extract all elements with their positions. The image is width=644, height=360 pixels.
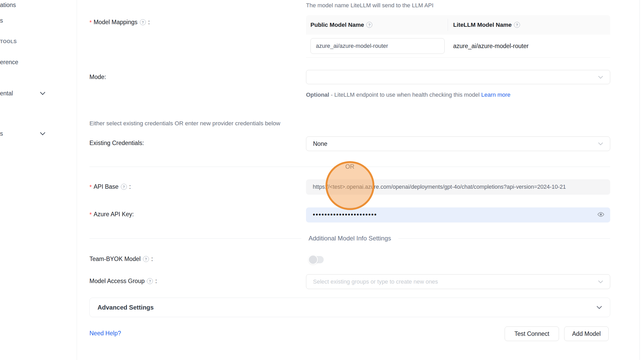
required-marker: * xyxy=(89,211,92,218)
column-header-public-model-name: Public Model Name xyxy=(306,22,375,28)
api-base-input[interactable]: https://<test>.openai.azure.com/openai/d… xyxy=(306,179,610,195)
existing-credentials-select[interactable]: None xyxy=(306,136,610,151)
additional-info-divider: Additional Model Info Settings xyxy=(89,235,610,242)
column-divider xyxy=(448,19,448,31)
help-icon[interactable] xyxy=(514,22,520,28)
sidebar-item-fragment[interactable]: erence xyxy=(0,59,18,66)
mode-help-text: Optional - LiteLLM endpoint to use when … xyxy=(306,90,527,100)
azure-api-key-input[interactable]: •••••••••••••••••••••• xyxy=(306,207,610,222)
model-name-helper-text: The model name LiteLLM will send to the … xyxy=(306,2,433,9)
sidebar-item-fragment[interactable]: s xyxy=(0,17,3,24)
help-icon[interactable] xyxy=(366,22,372,28)
advanced-settings-panel[interactable]: Advanced Settings xyxy=(89,298,610,317)
credentials-note: Either select existing credentials OR en… xyxy=(89,120,280,127)
sidebar-section-tools: TOOLS xyxy=(0,39,17,44)
eye-icon[interactable] xyxy=(597,211,604,219)
azure-api-key-label: * Azure API Key : xyxy=(89,211,134,218)
team-byok-label: Team-BYOK Model : xyxy=(89,256,153,263)
api-base-label: * API Base : xyxy=(89,183,131,190)
test-connect-button[interactable]: Test Connect xyxy=(505,326,559,341)
need-help-link[interactable]: Need Help? xyxy=(89,330,121,337)
select-placeholder: Select existing groups or type to create… xyxy=(313,278,438,285)
sidebar-divider xyxy=(77,0,77,360)
model-mappings-label: * Model Mappings : xyxy=(89,19,150,26)
mode-label: Mode : xyxy=(89,74,106,81)
required-marker: * xyxy=(89,184,92,191)
litellm-model-name-value: azure_ai/azure-model-router xyxy=(453,35,529,57)
required-marker: * xyxy=(89,19,92,26)
team-byok-toggle[interactable] xyxy=(309,256,324,263)
mode-select[interactable] xyxy=(306,70,610,84)
chevron-down-icon xyxy=(598,76,603,79)
scrollbar-track[interactable] xyxy=(639,0,640,360)
or-divider: OR xyxy=(89,163,610,170)
chevron-down-icon xyxy=(598,280,603,283)
model-mappings-table: Public Model Name LiteLLM Model Name azu… xyxy=(306,15,610,57)
sidebar-item-fragment[interactable]: s xyxy=(0,130,3,137)
chevron-down-icon xyxy=(596,306,602,309)
chevron-down-icon xyxy=(598,142,603,145)
chevron-down-icon[interactable] xyxy=(40,132,45,135)
learn-more-link[interactable]: Learn more xyxy=(481,91,511,98)
add-model-button[interactable]: Add Model xyxy=(564,326,609,341)
help-icon[interactable] xyxy=(143,256,149,262)
column-header-litellm-model-name: LiteLLM Model Name xyxy=(453,22,522,28)
model-access-group-label: Model Access Group : xyxy=(89,278,157,285)
table-row: azure_ai/azure-model-router xyxy=(306,35,610,58)
existing-credentials-label: Existing Credentials : xyxy=(89,140,144,147)
help-icon[interactable] xyxy=(121,184,127,190)
chevron-down-icon[interactable] xyxy=(40,91,45,95)
table-header-row: Public Model Name LiteLLM Model Name xyxy=(306,15,610,35)
add-model-page: ations s TOOLS erence ental s The model … xyxy=(0,0,644,360)
model-access-group-select[interactable]: Select existing groups or type to create… xyxy=(306,274,610,289)
help-icon[interactable] xyxy=(140,19,146,25)
sidebar-item-fragment[interactable]: ations xyxy=(0,2,16,9)
public-model-name-input[interactable] xyxy=(310,38,445,54)
toggle-knob xyxy=(308,255,318,265)
masked-key-value: •••••••••••••••••••••• xyxy=(313,211,377,218)
sidebar-item-fragment[interactable]: ental xyxy=(0,90,13,97)
help-icon[interactable] xyxy=(147,278,153,284)
